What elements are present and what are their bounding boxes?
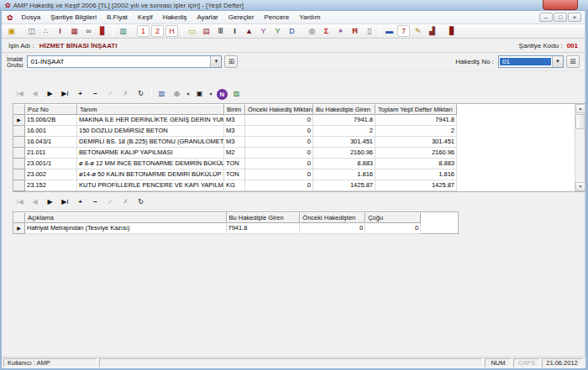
page-a-icon[interactable]: ▤ bbox=[200, 25, 213, 37]
child-close-button[interactable]: × bbox=[568, 13, 581, 22]
flask-icon[interactable]: Y bbox=[257, 25, 270, 37]
menu-dosya[interactable]: Dosya bbox=[17, 12, 46, 23]
calendar-icon[interactable]: ▦ bbox=[68, 25, 81, 37]
menu-ayarlar[interactable]: Ayarlar bbox=[192, 12, 223, 23]
nav-post-button[interactable]: ✓ bbox=[103, 88, 118, 101]
table-row[interactable]: ▶ Hafriyat Metrajından (Tesviye Kazısı) … bbox=[13, 223, 458, 234]
production-group-detail-button[interactable]: ⊞ bbox=[224, 55, 238, 68]
cell-birim[interactable]: TON bbox=[224, 159, 245, 169]
cell-bu[interactable]: 1425.87 bbox=[313, 180, 375, 191]
cell-aciklama[interactable]: Hafriyat Metrajından (Tesviye Kazısı) bbox=[25, 223, 227, 234]
scrollbar-thumb[interactable] bbox=[575, 114, 585, 129]
cell-onceki[interactable]: 0 bbox=[245, 180, 313, 191]
menu-yardim[interactable]: Yardım bbox=[294, 12, 325, 23]
cell-birim[interactable]: M2 bbox=[224, 148, 245, 159]
nav-delete-button[interactable]: − bbox=[88, 88, 102, 101]
nav-insert-button[interactable]: + bbox=[73, 88, 87, 101]
cell-poz[interactable]: 21.011 bbox=[25, 148, 77, 159]
scroll-up-icon[interactable]: ▲ bbox=[575, 104, 585, 113]
cell-toplam[interactable]: 7941.8 bbox=[375, 115, 457, 126]
menu-santiye-bilgileri[interactable]: Şantiye Bilgileri bbox=[45, 12, 102, 23]
cell-onceki[interactable]: 0 bbox=[245, 126, 313, 137]
document-icon[interactable]: ▯ bbox=[363, 25, 375, 37]
cell-bu[interactable]: 1.816 bbox=[313, 169, 375, 180]
library-icon[interactable]: ▥ bbox=[117, 25, 129, 37]
ruler-icon[interactable]: ▭ bbox=[186, 25, 198, 37]
page-y-icon[interactable]: Y bbox=[271, 25, 284, 37]
cell-bu[interactable]: 301.451 bbox=[313, 137, 375, 148]
nav-first-button[interactable]: I◀ bbox=[13, 88, 27, 101]
production-group-select[interactable]: 01-İNŞAAT ▼ bbox=[27, 55, 222, 68]
nav-refresh-button[interactable]: ↻ bbox=[134, 88, 148, 101]
cell-onceki[interactable]: 0 bbox=[300, 223, 365, 234]
print-dropdown-icon[interactable]: ▾ bbox=[207, 88, 214, 101]
cell-toplam[interactable]: 1.816 bbox=[375, 169, 457, 180]
network-icon[interactable]: ∴ bbox=[39, 25, 52, 37]
page-d-icon[interactable]: D bbox=[286, 25, 298, 37]
export-button[interactable]: ▨ bbox=[229, 88, 244, 101]
calendar-7-icon[interactable]: 7 bbox=[397, 25, 410, 37]
cell-bu[interactable]: 8.883 bbox=[313, 159, 375, 169]
table-row[interactable]: 16.001 150 DOZLU DEMİRSİZ BETON M3 0 2 2 bbox=[13, 126, 585, 137]
cell-poz[interactable]: 23.001/1 bbox=[25, 159, 77, 169]
cell-tanim[interactable]: BETONARME KALIP YAPILMASI bbox=[77, 148, 224, 159]
cell-bu[interactable]: 7941.8 bbox=[313, 115, 375, 126]
cell-poz[interactable]: 23.152 bbox=[25, 180, 77, 191]
cell-birim[interactable]: M3 bbox=[224, 137, 245, 148]
cell-poz[interactable]: 16.001 bbox=[25, 126, 77, 137]
mound-icon[interactable]: ▲ bbox=[243, 25, 255, 37]
print-preview-button[interactable]: ◎ bbox=[170, 88, 184, 101]
cell-toplam[interactable]: 1425.87 bbox=[375, 180, 457, 191]
table-row[interactable]: 16.043/1 DEMİRLİ BS. 18 (B.225) BETONU (… bbox=[13, 137, 585, 148]
cell-bu[interactable]: 7941.8 bbox=[227, 223, 301, 234]
cell-birim[interactable]: TON bbox=[224, 169, 245, 180]
nav-cancel-button[interactable]: ✗ bbox=[118, 88, 133, 101]
cell-birim[interactable]: M3 bbox=[224, 115, 245, 126]
cell-toplam[interactable]: 301.451 bbox=[375, 137, 457, 148]
table-row[interactable]: 23.002 ø14-ø 50 KALIN BETONARME DEMİRİ B… bbox=[13, 169, 585, 180]
cell-tanim[interactable]: DEMİRLİ BS. 18 (B.225) BETONU (GRANULOME… bbox=[77, 137, 224, 148]
cell-toplam[interactable]: 2 bbox=[375, 126, 457, 137]
binoculars-icon[interactable]: ∞ bbox=[82, 25, 95, 37]
chevron-down-icon[interactable]: ▼ bbox=[552, 56, 563, 67]
nav-next-button[interactable]: ▶ bbox=[43, 196, 57, 209]
menu-hakedis[interactable]: Hakediş bbox=[158, 12, 192, 23]
cell-poz[interactable]: 15.006/2B bbox=[25, 115, 77, 126]
page-h-icon[interactable]: H bbox=[165, 25, 178, 37]
nav-prior-button[interactable]: ◀ bbox=[28, 88, 42, 101]
nav-next-button[interactable]: ▶ bbox=[43, 88, 57, 101]
barcode-icon[interactable]: Ⅲ bbox=[214, 25, 227, 37]
report-icon[interactable]: ◫ bbox=[25, 25, 38, 37]
exit-icon[interactable]: ▊ bbox=[446, 25, 459, 37]
cell-tanim[interactable]: KUTU PROFİLLERLE PENCERE VE KAPI YAPILMA… bbox=[77, 180, 224, 191]
child-minimize-button[interactable]: – bbox=[539, 13, 553, 22]
ibeam-icon[interactable]: I bbox=[228, 25, 241, 37]
menu-gerecler[interactable]: Gereçler bbox=[223, 12, 260, 23]
cell-birim[interactable]: M3 bbox=[224, 126, 245, 137]
cell-poz[interactable]: 16.043/1 bbox=[25, 137, 77, 148]
scroll-down-icon[interactable]: ▼ bbox=[575, 182, 585, 191]
green-book-button[interactable]: ▧ bbox=[155, 88, 169, 101]
cashbox-icon[interactable]: ▬ bbox=[383, 25, 396, 37]
wizard-icon[interactable]: ✶ bbox=[334, 25, 347, 37]
nav-post-button[interactable]: ✓ bbox=[103, 196, 118, 209]
child-restore-button[interactable]: □ bbox=[554, 13, 567, 22]
cell-toplam[interactable]: 2160.96 bbox=[375, 148, 457, 159]
nav-insert-button[interactable]: + bbox=[73, 196, 87, 209]
cell-cogu[interactable]: 0 bbox=[365, 223, 421, 234]
print-button[interactable]: ▣ bbox=[192, 88, 207, 101]
menu-pencere[interactable]: Pencere bbox=[259, 12, 294, 23]
preview-dropdown-icon[interactable]: ▾ bbox=[185, 88, 192, 101]
cell-bu[interactable]: 2 bbox=[313, 126, 375, 137]
table-row[interactable]: ▶ 15.006/2B MAKİNA İLE HER DERİNLİKTE GE… bbox=[13, 115, 585, 126]
cell-onceki[interactable]: 0 bbox=[245, 159, 313, 169]
table-row[interactable]: 23.152 KUTU PROFİLLERLE PENCERE VE KAPI … bbox=[13, 180, 585, 191]
chart-icon[interactable]: ▟ bbox=[426, 25, 438, 37]
nav-cancel-button[interactable]: ✗ bbox=[118, 196, 133, 209]
sum-icon[interactable]: Σ bbox=[320, 25, 333, 37]
nav-delete-button[interactable]: − bbox=[88, 196, 102, 209]
cell-tanim[interactable]: ø 8-ø 12 MM İNCE BETONARME DEMİRİN BÜKÜL… bbox=[77, 159, 224, 169]
progress-no-detail-button[interactable]: ⊞ bbox=[566, 55, 580, 68]
cell-onceki[interactable]: 0 bbox=[245, 148, 313, 159]
cell-tanim[interactable]: ø14-ø 50 KALIN BETONARME DEMİRİ BÜKÜLÜP … bbox=[77, 169, 224, 180]
